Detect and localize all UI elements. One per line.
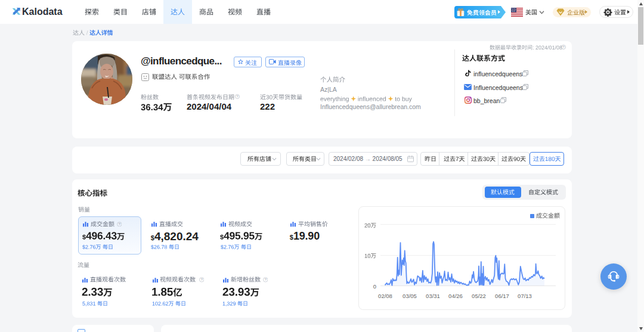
svg-text:?: ? [264,278,266,281]
svg-text:?: ? [118,222,120,226]
svg-text:?: ? [563,45,565,48]
svg-text:?: ? [201,278,203,281]
svg-text:?: ? [236,95,238,98]
